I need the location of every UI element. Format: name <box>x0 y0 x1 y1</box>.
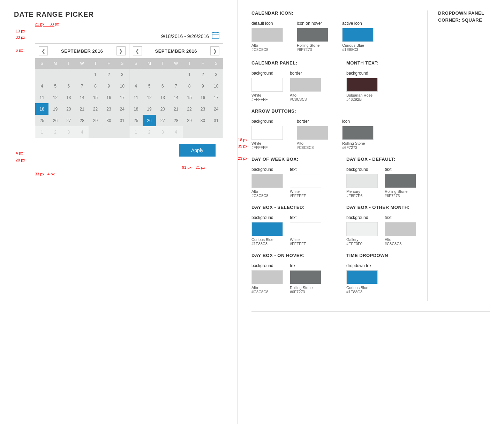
dbd-bg-item: background Mercury #E5E7E6 <box>346 167 378 198</box>
day-cell[interactable]: 31 <box>115 115 129 126</box>
day-cell[interactable]: 4 <box>75 126 89 138</box>
date-range-text: 9/18/2016 - 9/26/2016 <box>161 33 209 39</box>
dbh-bg-item: background Alto #C8C8C8 <box>251 263 283 294</box>
day-cell[interactable]: 27 <box>156 115 169 126</box>
day-cell[interactable]: 2 <box>143 126 156 138</box>
arrow-bg-item: background White #FFFFFF <box>251 119 283 150</box>
day-cell[interactable]: 3 <box>115 69 129 80</box>
active-icon-item: active icon Curious Blue #1E88C3 <box>342 21 374 52</box>
day-cell[interactable]: 29 <box>89 115 102 126</box>
day-cell[interactable]: 21 <box>170 103 183 115</box>
day-cell[interactable]: 30 <box>102 115 115 126</box>
day-of-week-section: DAY OF WEEK BOX: background Alto #C8C8C8… <box>251 157 325 198</box>
day-cell[interactable]: 14 <box>75 92 89 103</box>
day-cell[interactable]: 12 <box>143 92 156 103</box>
day-cell[interactable]: 22 <box>89 103 102 115</box>
day-cell[interactable]: 7 <box>170 80 183 92</box>
day-header: S <box>129 58 143 69</box>
day-cell[interactable]: 7 <box>75 80 89 92</box>
calendar-toggle-button[interactable] <box>212 31 219 41</box>
date-range-input[interactable]: 9/18/2016 - 9/26/2016 <box>35 29 223 43</box>
day-cell[interactable]: 6 <box>62 80 75 92</box>
day-cell[interactable]: 24 <box>210 103 223 115</box>
day-cell <box>75 69 89 80</box>
day-cell[interactable]: 24 <box>115 103 129 115</box>
day-cell <box>170 69 183 80</box>
day-cell[interactable]: 12 <box>48 92 62 103</box>
day-cell[interactable]: 21 <box>75 103 89 115</box>
day-cell[interactable]: 15 <box>89 92 102 103</box>
day-cell[interactable]: 3 <box>62 126 75 138</box>
day-cell[interactable]: 23 <box>102 103 115 115</box>
next-month-button-left[interactable]: ❯ <box>116 46 126 55</box>
day-cell[interactable]: 8 <box>183 80 196 92</box>
day-cell[interactable]: 19 <box>48 103 62 115</box>
day-box-hover-title: DAY BOX - ON HOVER: <box>251 253 325 258</box>
day-cell[interactable]: 17 <box>210 92 223 103</box>
day-cell[interactable]: 22 <box>183 103 196 115</box>
day-header: F <box>102 58 115 69</box>
apply-button[interactable]: Apply <box>179 144 216 157</box>
arrow-buttons-title: ARROW BUTTONS: <box>251 108 420 114</box>
day-cell[interactable]: 1 <box>129 126 143 138</box>
day-cell[interactable]: 13 <box>156 92 169 103</box>
day-cell[interactable]: 8 <box>89 80 102 92</box>
day-cell[interactable]: 18 <box>129 103 143 115</box>
day-cell[interactable]: 2 <box>196 69 209 80</box>
next-month-button-right[interactable]: ❯ <box>210 46 219 55</box>
day-cell[interactable]: 20 <box>62 103 75 115</box>
dbd-text-item: text Rolling Stone #6F7273 <box>385 167 416 198</box>
day-cell[interactable]: 4 <box>35 80 48 92</box>
day-cell <box>196 126 209 138</box>
day-cell[interactable]: 11 <box>35 92 48 103</box>
day-cell[interactable]: 16 <box>102 92 115 103</box>
day-cell[interactable]: 10 <box>210 80 223 92</box>
dbs-bg-item: background Curious Blue #1E88C3 <box>251 215 283 246</box>
day-cell[interactable]: 25 <box>129 115 143 126</box>
day-cell[interactable]: 10 <box>115 80 129 92</box>
day-cell[interactable]: 1 <box>35 126 48 138</box>
day-cell[interactable]: 5 <box>48 80 62 92</box>
time-dropdown-section: TIME DROPDOWN dropdown text Curious Blue… <box>346 253 420 294</box>
day-cell[interactable]: 11 <box>129 92 143 103</box>
day-cell[interactable]: 2 <box>102 69 115 80</box>
day-cell[interactable]: 29 <box>183 115 196 126</box>
day-cell[interactable]: 2 <box>48 126 62 138</box>
day-cell[interactable]: 30 <box>196 115 209 126</box>
day-cell[interactable]: 4 <box>170 126 183 138</box>
day-cell[interactable]: 14 <box>170 92 183 103</box>
day-cell[interactable]: 28 <box>75 115 89 126</box>
arrow-border-item: border Alto #C8C8C8 <box>297 119 328 150</box>
day-cell[interactable]: 18 <box>35 103 48 115</box>
day-cell[interactable]: 3 <box>156 126 169 138</box>
day-cell[interactable]: 19 <box>143 103 156 115</box>
prev-month-button-right[interactable]: ❮ <box>133 46 142 55</box>
day-cell[interactable]: 26 <box>48 115 62 126</box>
day-of-week-title: DAY OF WEEK BOX: <box>251 157 325 162</box>
day-cell[interactable]: 4 <box>129 80 143 92</box>
day-cell[interactable]: 5 <box>143 80 156 92</box>
day-cell[interactable]: 28 <box>170 115 183 126</box>
day-cell[interactable]: 9 <box>196 80 209 92</box>
day-cell[interactable]: 6 <box>156 80 169 92</box>
day-cell <box>183 126 196 138</box>
day-cell[interactable]: 16 <box>196 92 209 103</box>
day-cell[interactable]: 17 <box>115 92 129 103</box>
day-cell[interactable]: 9 <box>102 80 115 92</box>
day-cell[interactable]: 13 <box>62 92 75 103</box>
corner-section: DROPDOWN PANEL CORNER: SQUARE <box>427 10 490 301</box>
day-cell[interactable]: 3 <box>210 69 223 80</box>
day-cell[interactable]: 27 <box>62 115 75 126</box>
day-cell[interactable]: 1 <box>183 69 196 80</box>
svg-rect-1 <box>213 32 214 33</box>
day-cell[interactable]: 26 <box>143 115 156 126</box>
day-cell[interactable]: 1 <box>89 69 102 80</box>
day-cell[interactable]: 25 <box>35 115 48 126</box>
day-cell[interactable]: 20 <box>156 103 169 115</box>
active-icon-hex: #1E88C3 <box>342 47 374 52</box>
day-cell[interactable]: 15 <box>183 92 196 103</box>
day-cell <box>48 69 62 80</box>
day-cell[interactable]: 23 <box>196 103 209 115</box>
day-cell[interactable]: 31 <box>210 115 223 126</box>
prev-month-button-left[interactable]: ❮ <box>39 46 48 55</box>
